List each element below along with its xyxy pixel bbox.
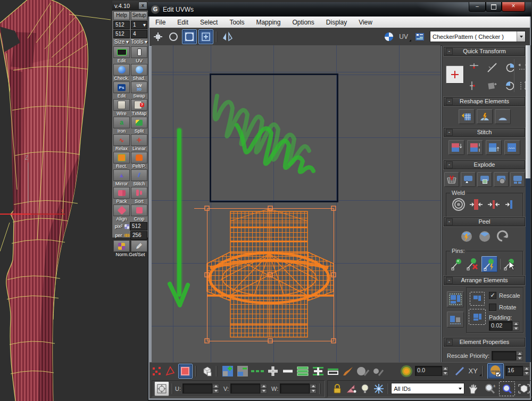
- u-spinner[interactable]: [212, 384, 219, 394]
- rotate-checkbox[interactable]: [489, 304, 496, 311]
- weld-selected-button[interactable]: [469, 198, 483, 212]
- ring-shrink-button[interactable]: [326, 364, 339, 378]
- menu-mapping[interactable]: Mapping: [250, 19, 286, 26]
- reshape-grid-button[interactable]: [459, 109, 475, 124]
- uv-options-button[interactable]: [413, 30, 427, 44]
- stitch-to-target-button[interactable]: [448, 140, 464, 155]
- pelt-icon[interactable]: [131, 152, 147, 163]
- grow-selection-button[interactable]: [221, 364, 234, 378]
- per-field[interactable]: 256: [130, 231, 147, 240]
- weld-vertices-button[interactable]: [487, 198, 501, 212]
- align-pivot-button[interactable]: [446, 66, 464, 84]
- minimize-button[interactable]: –: [469, 2, 486, 12]
- linear-align-icon[interactable]: ✛: [131, 134, 147, 146]
- preset-dropdown[interactable]: 1 ▾: [131, 21, 147, 29]
- explode-elements-button[interactable]: [510, 172, 525, 187]
- close-button[interactable]: ×: [502, 2, 525, 12]
- pin-button[interactable]: [451, 257, 463, 272]
- paint-select-button[interactable]: [341, 364, 354, 378]
- reshape-relax-fast-button[interactable]: [477, 109, 493, 124]
- move-tool-button[interactable]: [151, 30, 165, 44]
- panel-scrollbar[interactable]: [526, 45, 530, 362]
- textools-titlebar[interactable]: v.4.10 x: [112, 1, 148, 11]
- rescale-priority-field[interactable]: [492, 351, 516, 361]
- paint-brush-size-up-button[interactable]: [356, 364, 370, 378]
- ring-grow-button[interactable]: [311, 364, 325, 378]
- freeform-mode-button[interactable]: [198, 29, 213, 44]
- padding-spinner[interactable]: [512, 321, 519, 331]
- align-horizontal-button[interactable]: [466, 60, 482, 75]
- material-id-dropdown[interactable]: All IDs: [391, 383, 464, 394]
- photoshop-icon[interactable]: Ps: [113, 81, 130, 93]
- absolute-offset-toggle[interactable]: [154, 381, 169, 396]
- arrange-selected-button[interactable]: [470, 292, 485, 306]
- texture-map-icon[interactable]: ?: [131, 99, 147, 111]
- setup-button[interactable]: Setup: [131, 11, 147, 20]
- u-field[interactable]: [182, 383, 212, 394]
- loop-grow-button[interactable]: [266, 364, 279, 378]
- menu-tools[interactable]: Tools: [223, 19, 250, 26]
- pin-quick-button[interactable]: [481, 256, 497, 272]
- scale-tool-button[interactable]: [182, 29, 197, 44]
- edituv-window-icon[interactable]: [113, 46, 130, 58]
- show-map-button[interactable]: [382, 30, 396, 44]
- show-hidden-button[interactable]: [359, 382, 371, 396]
- shaded-globe-icon[interactable]: [131, 64, 147, 76]
- stitch-average-button[interactable]: [467, 140, 483, 155]
- element-mode-button[interactable]: [200, 364, 213, 378]
- rescale-checkbox[interactable]: ✓: [489, 292, 496, 299]
- window-titlebar[interactable]: G Edit UVWs – ×: [148, 2, 531, 17]
- rescale-priority-spinner[interactable]: [516, 351, 523, 361]
- stitch-up-button[interactable]: [486, 140, 502, 155]
- edge-mode-button[interactable]: [164, 364, 176, 378]
- weld-target-button[interactable]: [452, 198, 466, 212]
- edge-distance-spinner[interactable]: [523, 366, 530, 376]
- edge-distance-field[interactable]: 16: [505, 366, 523, 376]
- tools-menu[interactable]: Tools ▾: [130, 39, 148, 46]
- pix-field[interactable]: 512: [130, 222, 147, 231]
- relax-icon[interactable]: ∿: [113, 134, 130, 146]
- peel-reset-button[interactable]: [496, 229, 510, 244]
- pan-button[interactable]: [466, 382, 481, 396]
- lock-selection-button[interactable]: [331, 382, 343, 396]
- explode-basket-button[interactable]: [444, 172, 459, 187]
- uv-3d-swap-icon[interactable]: UV3D: [131, 81, 147, 93]
- help-button[interactable]: Help: [113, 11, 130, 20]
- peel-fast-button[interactable]: [460, 229, 473, 244]
- align-element-button[interactable]: [484, 78, 500, 93]
- uv-canvas[interactable]: [152, 45, 441, 362]
- soft-selection-spinner[interactable]: [442, 366, 449, 376]
- rectify-icon[interactable]: [113, 152, 130, 163]
- checker-globe-icon[interactable]: [113, 64, 130, 76]
- select-edge-loop-button[interactable]: [251, 364, 264, 378]
- maximize-button[interactable]: [486, 2, 502, 12]
- align-vertical-button[interactable]: [466, 78, 482, 93]
- split-icon[interactable]: [131, 117, 147, 128]
- size-menu[interactable]: Size ▾: [113, 39, 130, 46]
- freeze-button[interactable]: [372, 382, 385, 396]
- v-field[interactable]: [230, 383, 260, 394]
- menu-select[interactable]: Select: [194, 19, 223, 26]
- peel-button[interactable]: [478, 229, 492, 244]
- reshape-dome-button[interactable]: [495, 109, 511, 124]
- close-icon[interactable]: x: [138, 2, 147, 10]
- pack-elements-button[interactable]: [447, 291, 464, 307]
- mirror-tool-button[interactable]: [221, 30, 235, 44]
- sort-elements-button[interactable]: [447, 312, 464, 328]
- sort-icon[interactable]: [131, 187, 147, 199]
- zoom-extents-button[interactable]: [517, 382, 531, 396]
- pin-interactive-button[interactable]: [503, 257, 516, 272]
- pin-remove-button[interactable]: [466, 257, 479, 272]
- align-to-edge-button[interactable]: [484, 60, 500, 75]
- falloff-linear-button[interactable]: [453, 364, 466, 378]
- stitch-all-button[interactable]: [504, 140, 520, 155]
- arrange-all-button[interactable]: [469, 309, 486, 325]
- normalize-checker-icon[interactable]: [113, 240, 130, 252]
- iron-icon[interactable]: a: [113, 117, 130, 128]
- info-icon[interactable]: [131, 46, 147, 58]
- rollout-header-quick-transform[interactable]: - Quick Transform: [444, 47, 525, 56]
- explode-faces-button[interactable]: [461, 172, 476, 187]
- shrink-selection-button[interactable]: [236, 364, 250, 378]
- menu-view[interactable]: View: [353, 19, 378, 26]
- explode-by-smoothing-button[interactable]: [494, 172, 509, 187]
